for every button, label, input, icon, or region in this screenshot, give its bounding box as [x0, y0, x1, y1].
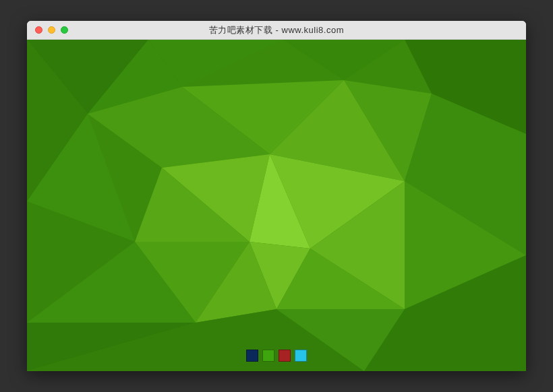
swatch-green[interactable] [262, 350, 274, 362]
browser-window: 苦力吧素材下载 - www.kuli8.com [27, 21, 526, 371]
minimize-icon[interactable] [48, 26, 55, 34]
swatch-navy[interactable] [246, 350, 258, 362]
content-area [27, 40, 526, 371]
titlebar: 苦力吧素材下载 - www.kuli8.com [27, 21, 526, 40]
color-swatch-picker [246, 350, 307, 362]
polygon-background [27, 40, 526, 371]
traffic-lights [27, 26, 68, 34]
page-title: 苦力吧素材下载 - www.kuli8.com [27, 24, 526, 36]
swatch-cyan[interactable] [295, 350, 307, 362]
close-icon[interactable] [35, 26, 42, 34]
svg-marker-2 [283, 40, 405, 80]
maximize-icon[interactable] [61, 26, 68, 34]
swatch-red[interactable] [279, 350, 291, 362]
